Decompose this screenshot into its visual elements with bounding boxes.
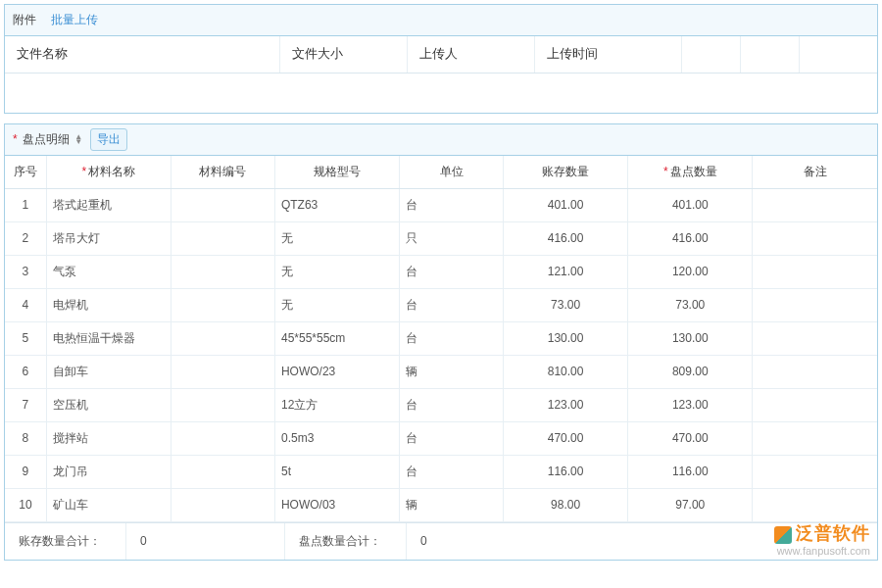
cell-count-qty[interactable]: 130.00 bbox=[628, 321, 753, 355]
cell-material-code bbox=[172, 188, 275, 221]
table-row[interactable]: 7空压机12立方台123.00123.00 bbox=[5, 388, 877, 421]
table-row[interactable]: 9龙门吊5t台116.00116.00 bbox=[5, 455, 877, 488]
col-blank-2 bbox=[740, 36, 799, 74]
stock-total-label: 账存数量合计： bbox=[5, 523, 126, 560]
details-title: 盘点明细 bbox=[23, 132, 70, 146]
table-row[interactable]: 3气泵无台121.00120.00 bbox=[5, 255, 877, 288]
sort-icon[interactable]: ▲▼ bbox=[74, 134, 82, 144]
cell-spec: HOWO/03 bbox=[274, 488, 399, 521]
attachments-table: 文件名称 文件大小 上传人 上传时间 bbox=[5, 36, 877, 113]
cell-count-qty[interactable]: 123.00 bbox=[628, 388, 753, 421]
col-upload-time[interactable]: 上传时间 bbox=[534, 36, 681, 74]
cell-material-name: 空压机 bbox=[46, 388, 171, 421]
cell-stock-qty: 123.00 bbox=[504, 388, 628, 421]
col-material-name[interactable]: *材料名称 bbox=[46, 156, 171, 189]
cell-note bbox=[753, 421, 877, 455]
cell-unit: 台 bbox=[400, 421, 504, 455]
cell-unit: 辆 bbox=[400, 355, 504, 388]
cell-material-code bbox=[172, 288, 275, 321]
details-title-wrap: * 盘点明细 ▲▼ bbox=[13, 131, 82, 148]
col-spec[interactable]: 规格型号 bbox=[274, 156, 399, 189]
table-row[interactable]: 1塔式起重机QTZ63台401.00401.00 bbox=[5, 188, 877, 221]
cell-count-qty[interactable]: 470.00 bbox=[628, 421, 753, 455]
cell-note bbox=[753, 455, 877, 488]
table-row[interactable]: 6自卸车HOWO/23辆810.00809.00 bbox=[5, 355, 877, 388]
cell-material-name: 搅拌站 bbox=[46, 421, 171, 455]
cell-note bbox=[753, 288, 877, 321]
cell-material-name: 塔吊大灯 bbox=[46, 221, 171, 255]
table-row[interactable]: 8搅拌站0.5m3台470.00470.00 bbox=[5, 421, 877, 455]
cell-count-qty[interactable]: 120.00 bbox=[628, 255, 753, 288]
count-total-value: 0 bbox=[407, 523, 877, 560]
cell-material-code bbox=[172, 488, 275, 521]
col-stock-qty[interactable]: 账存数量 bbox=[504, 156, 628, 189]
table-row[interactable]: 10矿山车HOWO/03辆98.0097.00 bbox=[5, 488, 877, 521]
required-star-icon: * bbox=[663, 165, 668, 178]
cell-spec: HOWO/23 bbox=[274, 355, 399, 388]
details-panel: * 盘点明细 ▲▼ 导出 序号 *材料名称 材料编号 规格型号 单位 账存数量 … bbox=[4, 123, 878, 561]
cell-note bbox=[753, 321, 877, 355]
col-file-name[interactable]: 文件名称 bbox=[5, 36, 279, 74]
cell-unit: 台 bbox=[400, 288, 504, 321]
bulk-upload-button[interactable]: 批量上传 bbox=[44, 9, 105, 31]
cell-count-qty[interactable]: 809.00 bbox=[628, 355, 753, 388]
cell-unit: 台 bbox=[400, 455, 504, 488]
attachments-title: 附件 bbox=[13, 12, 36, 28]
cell-unit: 辆 bbox=[400, 488, 504, 521]
cell-stock-qty: 401.00 bbox=[504, 188, 628, 221]
cell-count-qty[interactable]: 416.00 bbox=[628, 221, 753, 255]
cell-material-code bbox=[172, 355, 275, 388]
required-star-icon: * bbox=[13, 132, 18, 146]
export-button[interactable]: 导出 bbox=[90, 128, 127, 151]
cell-unit: 台 bbox=[400, 321, 504, 355]
col-material-code[interactable]: 材料编号 bbox=[172, 156, 275, 189]
cell-stock-qty: 810.00 bbox=[504, 355, 628, 388]
col-note[interactable]: 备注 bbox=[753, 156, 877, 189]
cell-stock-qty: 470.00 bbox=[504, 421, 628, 455]
table-row[interactable]: 4电焊机无台73.0073.00 bbox=[5, 288, 877, 321]
cell-material-code bbox=[172, 255, 275, 288]
cell-material-code bbox=[172, 321, 275, 355]
cell-material-name: 气泵 bbox=[46, 255, 171, 288]
cell-index: 10 bbox=[5, 488, 46, 521]
col-blank-1 bbox=[681, 36, 740, 74]
col-index[interactable]: 序号 bbox=[5, 156, 46, 189]
table-row[interactable]: 2塔吊大灯无只416.00416.00 bbox=[5, 221, 877, 255]
cell-material-code bbox=[172, 221, 275, 255]
required-star-icon: * bbox=[82, 165, 87, 178]
cell-count-qty[interactable]: 73.00 bbox=[628, 288, 753, 321]
attachments-header: 附件 批量上传 bbox=[5, 5, 877, 36]
cell-count-qty[interactable]: 116.00 bbox=[628, 455, 753, 488]
cell-unit: 台 bbox=[400, 388, 504, 421]
cell-spec: QTZ63 bbox=[274, 188, 399, 221]
details-header: * 盘点明细 ▲▼ 导出 bbox=[5, 124, 877, 156]
cell-stock-qty: 98.00 bbox=[504, 488, 628, 521]
col-blank-3 bbox=[799, 36, 877, 74]
col-unit[interactable]: 单位 bbox=[400, 156, 504, 189]
attachments-panel: 附件 批量上传 文件名称 文件大小 上传人 上传时间 bbox=[4, 4, 878, 114]
cell-material-code bbox=[172, 388, 275, 421]
col-file-size[interactable]: 文件大小 bbox=[279, 36, 407, 74]
cell-count-qty[interactable]: 401.00 bbox=[628, 188, 753, 221]
cell-index: 6 bbox=[5, 355, 46, 388]
cell-material-name: 塔式起重机 bbox=[46, 188, 171, 221]
count-total-label: 盘点数量合计： bbox=[285, 523, 407, 560]
cell-material-code bbox=[172, 455, 275, 488]
cell-note bbox=[753, 255, 877, 288]
table-row[interactable]: 5电热恒温干燥器45*55*55cm台130.00130.00 bbox=[5, 321, 877, 355]
cell-index: 5 bbox=[5, 321, 46, 355]
cell-index: 8 bbox=[5, 421, 46, 455]
cell-stock-qty: 116.00 bbox=[504, 455, 628, 488]
cell-stock-qty: 73.00 bbox=[504, 288, 628, 321]
cell-material-name: 电焊机 bbox=[46, 288, 171, 321]
cell-stock-qty: 130.00 bbox=[504, 321, 628, 355]
cell-material-code bbox=[172, 421, 275, 455]
cell-spec: 45*55*55cm bbox=[274, 321, 399, 355]
cell-material-name: 自卸车 bbox=[46, 355, 171, 388]
cell-material-name: 矿山车 bbox=[46, 488, 171, 521]
cell-count-qty[interactable]: 97.00 bbox=[628, 488, 753, 521]
col-count-qty[interactable]: *盘点数量 bbox=[628, 156, 753, 189]
col-uploader[interactable]: 上传人 bbox=[407, 36, 534, 74]
details-table: 序号 *材料名称 材料编号 规格型号 单位 账存数量 *盘点数量 备注 1塔式起… bbox=[5, 156, 877, 522]
attachments-empty bbox=[5, 74, 877, 113]
